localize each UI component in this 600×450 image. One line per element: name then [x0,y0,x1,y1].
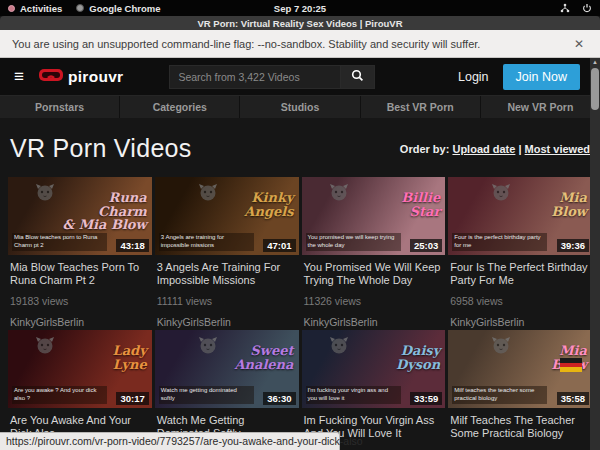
thumbnail-subtitle: I'm fucking your virgin ass and you will… [306,386,401,404]
view-count: 19183 views [10,295,150,307]
thumbnail-subtitle: 3 Angels are training for impossible mis… [159,233,254,251]
thumbnail-model-name: Billie Star [401,191,440,218]
login-link[interactable]: Login [458,70,489,84]
video-title[interactable]: Four Is The Perfect Birthday Party For M… [450,261,590,287]
video-title[interactable]: Mia Blow Teaches Porn To Runa Charm Pt 2 [10,261,150,287]
duration-badge: 30:17 [116,392,148,405]
order-most-viewed-link[interactable]: Most viewed [525,143,590,155]
video-thumbnail[interactable]: Daisy Dyson I'm fucking your virgin ass … [302,330,446,408]
studio-link[interactable]: KinkyGirlsBerlin [157,316,297,328]
app-name-label: Google Chrome [89,3,160,14]
site-logo[interactable]: pirouvr [38,68,124,86]
studio-link[interactable]: KinkyGirlsBerlin [304,316,444,328]
network-icon[interactable] [560,3,570,13]
nav-item[interactable]: Pornstars [0,96,120,118]
video-thumbnail[interactable]: Mia Blow Four is the perfect birthday pa… [448,177,592,255]
active-app-menu[interactable]: Google Chrome [76,3,160,14]
duration-badge: 47:01 [263,239,295,252]
main-nav: PornstarsCategoriesStudiosBest VR PornNe… [0,95,600,118]
video-card: Runa Charm & Mia Blow Mia Blow teaches p… [8,177,152,330]
infobar-message: You are using an unsupported command-lin… [12,38,480,50]
duration-badge: 33:59 [410,392,442,405]
thumbnail-subtitle: Milf teaches the teacher some practical … [452,386,547,404]
close-icon[interactable]: ✕ [570,37,588,51]
video-caption: You Promised We Will Keep Trying The Who… [302,255,446,330]
video-title[interactable]: You Promised We Will Keep Trying The Who… [304,261,444,287]
vr-goggles-icon [38,68,64,86]
studio-link[interactable]: KinkyGirlsBerlin [450,316,590,328]
search-input[interactable] [169,65,341,89]
main-content: VR Porn Videos Order by: Upload date | M… [0,134,600,450]
order-separator: | [518,143,521,155]
nav-item[interactable]: Studios [240,96,360,118]
search-button[interactable] [341,65,375,89]
studio-cat-mask-icon [328,334,350,360]
page-scrollbar[interactable]: ▲ [590,58,600,450]
thumbnail-model-name: Kinky Angels [244,191,293,218]
video-caption: Mia Blow Teaches Porn To Runa Charm Pt 2… [8,255,152,330]
scroll-up-arrow-icon[interactable]: ▲ [590,58,600,66]
german-flag-icon [560,358,582,372]
studio-cat-mask-icon [34,334,56,360]
duration-badge: 25:03 [410,239,442,252]
video-card: Kinky Angels 3 Angels are training for i… [155,177,299,330]
desktop-screen: Activities Google Chrome Sep 7 20:25 VR … [0,0,600,450]
video-title[interactable]: 3 Angels Are Training For Impossible Mis… [157,261,297,287]
video-card: Mia Blow Four is the perfect birthday pa… [448,177,592,330]
studio-cat-mask-icon [490,334,512,360]
activities-button[interactable]: Activities [8,3,62,14]
search-icon [351,68,364,86]
power-icon[interactable] [582,3,592,13]
view-count: 6958 views [450,295,590,307]
order-upload-date-link[interactable]: Upload date [452,143,515,155]
video-caption: 3 Angels Are Training For Impossible Mis… [155,255,299,330]
video-thumbnail[interactable]: Sweet Analena Watch me getting dominated… [155,330,299,408]
record-indicator-icon [8,5,15,12]
scrollbar-thumb[interactable] [591,68,599,110]
search-bar [169,65,375,89]
thumbnail-model-name: Lady Lyne [113,344,147,371]
studio-cat-mask-icon [34,181,56,207]
video-card: Billie Star You promised we will keep tr… [302,177,446,330]
video-thumbnail[interactable]: Mia Blow Milf teaches the teacher some p… [448,330,592,408]
view-count: 11111 views [157,295,297,307]
site-header: ≡ pirouvr Login Join Now [0,58,600,95]
video-thumbnail[interactable]: Runa Charm & Mia Blow Mia Blow teaches p… [8,177,152,255]
thumbnail-subtitle: Are you awake ? And your dick also ? [12,386,107,404]
browser-title-bar[interactable]: VR Porn: Virtual Reality Sex Videos | Pi… [0,16,600,30]
activities-label: Activities [20,3,62,14]
video-thumbnail[interactable]: Kinky Angels 3 Angels are training for i… [155,177,299,255]
thumbnail-subtitle: Mia Blow teaches porn to Runa Charm pt 2 [12,233,107,251]
video-thumbnail[interactable]: Billie Star You promised we will keep tr… [302,177,446,255]
status-bar-url: https://pirouvr.com/vr-porn-video/779325… [0,432,340,450]
duration-badge: 43:18 [116,239,148,252]
tab-title: VR Porn: Virtual Reality Sex Videos | Pi… [197,18,402,29]
thumbnail-model-name: Sweet Analena [234,344,293,371]
video-card: Mia Blow Milf teaches the teacher some p… [448,330,592,450]
logo-text: pirouvr [68,68,124,86]
studio-cat-mask-icon [197,334,219,360]
duration-badge: 36:30 [263,392,295,405]
page-title: VR Porn Videos [10,134,192,163]
studio-link[interactable]: KinkyGirlsBerlin [10,316,150,328]
video-title[interactable]: Milf Teaches The Teacher Some Practical … [450,414,590,440]
nav-item[interactable]: New VR Porn [481,96,600,118]
hamburger-menu-icon[interactable]: ≡ [14,68,24,85]
duration-badge: 39:36 [557,239,589,252]
video-thumbnail[interactable]: Lady Lyne Are you awake ? And your dick … [8,330,152,408]
video-grid: Runa Charm & Mia Blow Mia Blow teaches p… [8,177,592,450]
thumbnail-subtitle: Four is the perfect birthday party for m… [452,233,547,251]
nav-item[interactable]: Categories [120,96,240,118]
system-top-bar: Activities Google Chrome Sep 7 20:25 [0,0,600,16]
thumbnail-subtitle: Watch me getting dominated softly [159,386,254,404]
studio-cat-mask-icon [328,181,350,207]
nav-item[interactable]: Best VR Porn [361,96,481,118]
join-now-button[interactable]: Join Now [503,64,580,90]
view-count: 11326 views [304,295,444,307]
video-caption: Milf Teaches The Teacher Some Practical … [448,408,592,450]
video-caption: Four Is The Perfect Birthday Party For M… [448,255,592,330]
thumbnail-model-name: Runa Charm & Mia Blow [62,191,146,232]
studio-cat-mask-icon [490,181,512,207]
thumbnail-subtitle: You promised we will keep trying the who… [306,233,401,251]
duration-badge: 35:58 [557,392,589,405]
